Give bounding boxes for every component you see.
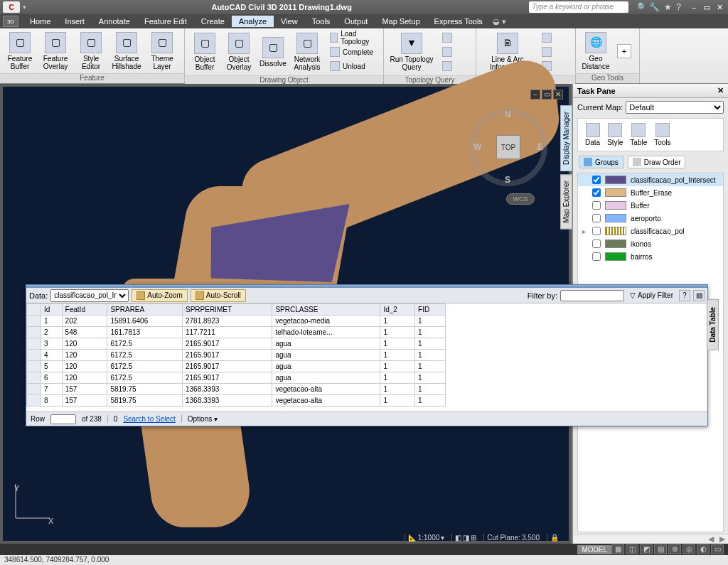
style-editor-button[interactable]: ▢Style Editor — [74, 31, 108, 72]
star-icon[interactable]: ★ — [664, 2, 672, 12]
tab-map-explorer[interactable]: Map Explorer — [560, 174, 572, 229]
menu-insert[interactable]: Insert — [58, 16, 92, 27]
menu-analyze[interactable]: Analyze — [232, 16, 274, 27]
data-grid[interactable]: IdFeatIdSPRAREASPRPERIMETSPRCLASSEId_2FI… — [26, 303, 707, 411]
scale-icon[interactable]: 📐 — [408, 534, 417, 542]
unload-button[interactable]: Unload — [327, 60, 379, 72]
geo-distance-button[interactable]: 🌐 Geo Distance — [579, 31, 613, 72]
table-row[interactable]: 81575819.751368.3393vegetacao-alta11 — [27, 395, 446, 407]
help-icon[interactable]: ? — [676, 2, 681, 12]
layer-buffer-erase[interactable]: Buffer_Erase — [578, 186, 723, 199]
col-SPRAREA[interactable]: SPRAREA — [107, 304, 183, 316]
menu-output[interactable]: Output — [337, 16, 375, 27]
topo-small-1[interactable] — [439, 31, 455, 44]
wrench-icon[interactable]: 🔧 — [649, 2, 660, 12]
current-map-select[interactable]: Default — [626, 101, 724, 114]
sb-5[interactable]: ⊕ — [668, 544, 681, 554]
add-panel-button[interactable]: + — [617, 44, 631, 58]
menu-overflow[interactable]: ◒ ▾ — [493, 17, 506, 26]
apply-filter-button[interactable]: ▽Apply Filter — [627, 291, 676, 300]
datatable-menu[interactable]: ▤ — [693, 290, 705, 301]
complete-button[interactable]: Complete — [327, 45, 379, 58]
binoculars-icon[interactable]: 🔎 — [634, 2, 645, 12]
menu-feature-edit[interactable]: Feature Edit — [137, 16, 194, 27]
menu-home[interactable]: Home — [23, 16, 58, 27]
canvas-close[interactable]: ✕ — [553, 90, 563, 99]
help-button[interactable]: ? — [679, 290, 690, 301]
table-row[interactable]: 41206172.52165.9017agua11 — [27, 350, 446, 361]
col-SPRCLASSE[interactable]: SPRCLASSE — [272, 304, 380, 316]
sb-6[interactable]: ◎ — [682, 544, 695, 554]
tab-display-manager[interactable]: Display Manager — [560, 105, 572, 171]
col-row[interactable] — [27, 304, 41, 316]
vc2[interactable]: ◨ — [463, 534, 469, 542]
menu-create[interactable]: Create — [194, 16, 232, 27]
minimize-button[interactable]: – — [688, 3, 700, 12]
sb-3[interactable]: ◩ — [640, 544, 653, 554]
dissolve-button[interactable]: ▢Dissolve — [256, 31, 290, 72]
menu-view[interactable]: View — [274, 16, 305, 27]
menu-express-tools[interactable]: Express Tools — [427, 16, 490, 27]
task-tools-button[interactable]: Tools — [654, 123, 670, 146]
search-to-select-link[interactable]: Search to Select — [123, 415, 175, 423]
tab-data-table[interactable]: Data Table — [707, 299, 719, 350]
layer-aeroporto[interactable]: aeroporto — [578, 212, 723, 225]
inquiry-small-2[interactable] — [539, 45, 555, 58]
lock-icon[interactable]: 🔒 — [550, 534, 559, 542]
app-logo[interactable]: C — [3, 1, 20, 13]
table-row[interactable]: 2548161.7813117.7211telhado-loteame...11 — [27, 327, 446, 338]
table-row[interactable]: 51206172.52165.9017agua11 — [27, 361, 446, 372]
auto-scroll-toggle[interactable]: Auto-Scroll — [191, 289, 246, 302]
sb-1[interactable]: ▦ — [611, 544, 624, 554]
load-topology-button[interactable]: Load Topology — [327, 31, 379, 44]
table-row[interactable]: 31206172.52165.9017agua11 — [27, 338, 446, 350]
canvas-minimize[interactable]: – — [530, 90, 540, 99]
maximize-button[interactable]: ▭ — [701, 3, 712, 12]
table-row[interactable]: 120215891.64062781.8923vegetacao-media11 — [27, 316, 446, 327]
inquiry-small-1[interactable] — [539, 31, 555, 44]
col-FID[interactable]: FID — [415, 304, 446, 316]
col-FeatId[interactable]: FeatId — [62, 304, 107, 316]
menu-annotate[interactable]: Annotate — [92, 16, 137, 27]
theme-layer-button[interactable]: ▢Theme Layer — [145, 31, 179, 72]
col-Id[interactable]: Id — [41, 304, 63, 316]
model-button[interactable]: MODEL — [577, 545, 611, 554]
task-style-button[interactable]: Style — [607, 123, 623, 146]
tab-draw-order[interactable]: Draw Order — [628, 156, 686, 168]
task-table-button[interactable]: Table — [630, 123, 647, 146]
sb-2[interactable]: ◫ — [626, 544, 638, 554]
network-analysis-button[interactable]: ▢Network Analysis — [290, 31, 324, 72]
layer-ikonos[interactable]: ikonos — [578, 237, 723, 250]
vc1[interactable]: ◧ — [455, 534, 461, 542]
feature-overlay-button[interactable]: ▢Feature Overlay — [38, 31, 73, 72]
surface-hillshade-button[interactable]: ▢Surface Hillshade — [109, 31, 144, 72]
feature-buffer-button[interactable]: ▢Feature Buffer — [3, 31, 37, 72]
dataset-select[interactable]: classificacao_pol_Int — [50, 289, 129, 302]
topo-small-3[interactable] — [439, 60, 455, 72]
menu-tools[interactable]: Tools — [305, 16, 338, 27]
layer-bairros[interactable]: bairros — [578, 250, 723, 263]
topo-small-2[interactable] — [439, 45, 455, 58]
layer-classificacao-pol-intersect[interactable]: classificacao_pol_Intersect — [578, 173, 723, 186]
menu-map-setup[interactable]: Map Setup — [375, 16, 427, 27]
task-pane-close[interactable]: ✕ — [717, 86, 724, 95]
layer-classificacao-pol[interactable]: ▸classificacao_pol — [578, 225, 723, 237]
row-input[interactable] — [50, 414, 76, 424]
run-topology-query-button[interactable]: ▼ Run Topology Query — [387, 31, 437, 72]
object-overlay-button[interactable]: ▢Object Overlay — [222, 31, 256, 72]
canvas-maximize[interactable]: ▭ — [542, 90, 552, 99]
view-cube[interactable]: TOP N S W E — [469, 108, 547, 186]
workspace-icon[interactable]: 3D — [3, 16, 18, 27]
col-Id_2[interactable]: Id_2 — [380, 304, 415, 316]
close-button[interactable]: ✕ — [714, 3, 725, 12]
sb-7[interactable]: ◐ — [697, 544, 710, 554]
filter-input[interactable] — [560, 290, 624, 301]
search-input[interactable]: Type a keyword or phrase — [529, 1, 628, 13]
sb-8[interactable]: ▭ — [711, 544, 724, 554]
auto-zoom-toggle[interactable]: Auto-Zoom — [132, 289, 187, 302]
table-row[interactable]: 61206172.52165.9017agua11 — [27, 372, 446, 384]
tab-groups[interactable]: Groups — [579, 156, 623, 168]
app-menu-dropdown[interactable]: ▾ — [23, 4, 30, 11]
layer-buffer[interactable]: Buffer — [578, 199, 723, 212]
vc3[interactable]: ⊞ — [471, 534, 476, 542]
